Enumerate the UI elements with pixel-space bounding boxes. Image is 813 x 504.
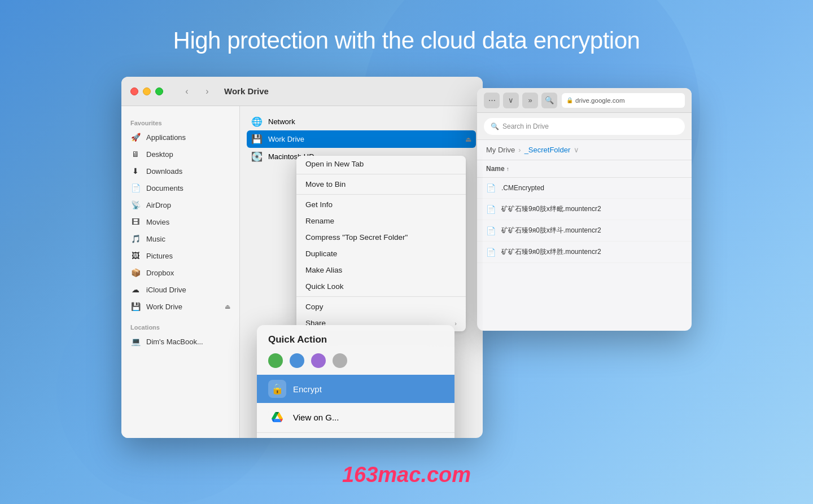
music-icon: 🎵 <box>130 234 141 244</box>
finder-title: Work Drive <box>224 86 269 96</box>
maximize-button[interactable] <box>155 87 163 95</box>
sidebar-item-macbook[interactable]: 💻 Dim's MacBook... <box>121 333 239 350</box>
desktop-icon: 🖥 <box>130 149 141 159</box>
minimize-button[interactable] <box>143 87 151 95</box>
browser-search-btn[interactable]: 🔍 <box>541 93 557 108</box>
ctx-make-alias[interactable]: Make Alias <box>296 262 466 278</box>
ctx-copy[interactable]: Copy <box>296 299 466 315</box>
sidebar-label-airdrop: AirDrop <box>146 201 171 209</box>
browser-url-bar[interactable]: 🔒 drive.google.com <box>562 93 685 108</box>
qa-google-url[interactable]: oogle.com <box>257 434 454 438</box>
sidebar-item-icloud[interactable]: ☁ iCloud Drive <box>121 281 239 298</box>
sidebar-item-desktop[interactable]: 🖥 Desktop <box>121 146 239 163</box>
breadcrumb-root[interactable]: My Drive <box>486 146 515 154</box>
sidebar-item-workdrive[interactable]: 💾 Work Drive ⏏ <box>121 298 239 315</box>
file-table-header: Name ↑ <box>477 160 692 178</box>
ctx-divider-2 <box>296 194 466 195</box>
browser-btn-more[interactable]: » <box>522 93 538 108</box>
browser-btn-chevron[interactable]: ∨ <box>503 93 519 108</box>
eject-button[interactable]: ⏏ <box>465 135 471 143</box>
browser-titlebar: ⋯ ∨ » 🔍 🔒 drive.google.com <box>477 88 692 113</box>
traffic-lights <box>130 87 163 95</box>
breadcrumb-folder[interactable]: _SecretFolder <box>524 146 571 154</box>
ctx-rename[interactable]: Rename <box>296 213 466 229</box>
ctx-move-to-bin[interactable]: Move to Bin <box>296 176 466 192</box>
sort-arrow-icon: ↑ <box>506 166 509 172</box>
favourites-label: Favourites <box>121 115 239 129</box>
enc-file-name-1: .CMEncrypted <box>501 184 544 192</box>
browser-controls: ⋯ ∨ » 🔍 <box>484 93 557 108</box>
browser-search-bar[interactable]: 🔍 Search in Drive <box>484 118 685 135</box>
enc-file-icon-1: 📄 <box>486 183 496 192</box>
file-item-network[interactable]: 🌐 Network <box>247 113 476 130</box>
ctx-get-info[interactable]: Get Info <box>296 196 466 213</box>
breadcrumb-separator: › <box>518 146 521 154</box>
network-file-label: Network <box>268 117 295 126</box>
close-button[interactable] <box>130 87 138 95</box>
ctx-divider-1 <box>296 174 466 174</box>
enc-file-icon-4: 📄 <box>486 248 496 257</box>
back-button[interactable]: ‹ <box>179 84 195 99</box>
sidebar-label-downloads: Downloads <box>146 167 182 176</box>
airdrop-icon: 📡 <box>130 200 141 210</box>
search-placeholder: Search in Drive <box>502 122 549 130</box>
browser-url-text: drive.google.com <box>575 97 625 104</box>
ctx-divider-3 <box>296 296 466 297</box>
quick-action-title: Quick Action <box>257 325 454 350</box>
sidebar-item-movies[interactable]: 🎞 Movies <box>121 213 239 230</box>
pictures-icon: 🖼 <box>130 251 141 261</box>
macintosh-file-icon: 💽 <box>251 151 263 162</box>
finder-window: ‹ › Work Drive Favourites 🚀 Applications… <box>121 77 483 438</box>
share-arrow-icon: › <box>454 320 457 327</box>
sidebar-label-desktop: Desktop <box>146 150 173 159</box>
qa-encrypt-label: Encrypt <box>293 384 322 394</box>
encrypted-file-4[interactable]: 📄 矿矿石臻9я0肢x绊胜.mountencr2 <box>477 242 692 263</box>
ctx-duplicate[interactable]: Duplicate <box>296 246 466 262</box>
sidebar-item-downloads[interactable]: ⬇ Downloads <box>121 163 239 179</box>
sidebar-item-documents[interactable]: 📄 Documents <box>121 179 239 196</box>
file-item-workdrive[interactable]: 💾 Work Drive ⏏ <box>247 130 476 148</box>
encrypted-file-2[interactable]: 📄 矿矿石臻9я0肢x绊毗.mountencr2 <box>477 199 692 220</box>
encrypted-file-3[interactable]: 📄 矿矿石臻9я0肢x绊斗.mountencr2 <box>477 220 692 242</box>
sidebar-label-icloud: iCloud Drive <box>146 286 186 294</box>
enc-file-name-2: 矿矿石臻9я0肢x绊毗.mountencr2 <box>501 204 601 214</box>
ctx-quick-look[interactable]: Quick Look <box>296 278 466 295</box>
encrypted-file-1[interactable]: 📄 .CMEncrypted <box>477 178 692 199</box>
qa-divider <box>257 432 454 433</box>
qa-view-google-item[interactable]: View on G... <box>257 403 454 431</box>
breadcrumb-dropdown[interactable]: ∨ <box>574 146 579 154</box>
qa-dot-gray <box>333 353 347 368</box>
ctx-open-new-tab[interactable]: Open in New Tab <box>296 156 466 172</box>
qa-dot-purple <box>311 353 326 368</box>
sidebar-item-music[interactable]: 🎵 Music <box>121 230 239 247</box>
macbook-icon: 💻 <box>130 336 141 347</box>
sidebar-item-airdrop[interactable]: 📡 AirDrop <box>121 196 239 213</box>
forward-button[interactable]: › <box>199 84 215 99</box>
sidebar-label-macbook: Dim's MacBook... <box>146 338 203 346</box>
browser-btn-1[interactable]: ⋯ <box>484 93 500 108</box>
sidebar-label-pictures: Pictures <box>146 252 173 260</box>
eject-workdrive-sidebar[interactable]: ⏏ <box>225 303 230 310</box>
downloads-icon: ⬇ <box>130 166 141 176</box>
main-container: ‹ › Work Drive Favourites 🚀 Applications… <box>0 77 813 438</box>
ctx-compress[interactable]: Compress "Top Secret Folder" <box>296 229 466 246</box>
breadcrumb: My Drive › _SecretFolder ∨ <box>477 140 692 160</box>
sidebar-item-pictures[interactable]: 🖼 Pictures <box>121 247 239 264</box>
sidebar-label-workdrive: Work Drive <box>146 303 182 311</box>
lock-icon: 🔒 <box>566 97 573 103</box>
sidebar-item-dropbox[interactable]: 📦 Dropbox <box>121 264 239 281</box>
workdrive-file-icon: 💾 <box>251 134 263 144</box>
sidebar-item-applications[interactable]: 🚀 Applications <box>121 129 239 146</box>
applications-icon: 🚀 <box>130 132 141 142</box>
sidebar-label-dropbox: Dropbox <box>146 269 174 277</box>
enc-file-icon-2: 📄 <box>486 205 496 214</box>
sidebar-label-documents: Documents <box>146 184 183 192</box>
quick-action-submenu: Quick Action 🔒 Encrypt <box>257 325 454 438</box>
watermark: 163mac.com <box>342 463 471 487</box>
page-title: High protection with the cloud data encr… <box>0 0 813 77</box>
qa-encrypt-item[interactable]: 🔒 Encrypt <box>257 375 454 403</box>
qa-view-google-label: View on G... <box>293 413 339 422</box>
qa-dot-blue <box>290 353 304 368</box>
browser-window: ⋯ ∨ » 🔍 🔒 drive.google.com 🔍 Search in D… <box>477 88 692 331</box>
context-menu: Open in New Tab Move to Bin Get Info Ren… <box>296 156 466 331</box>
